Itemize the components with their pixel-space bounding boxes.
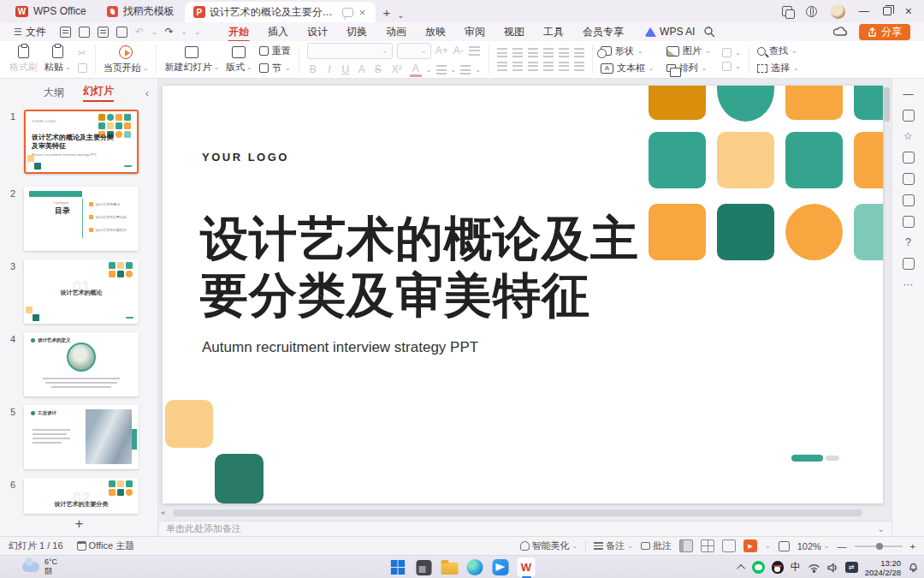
dark-app-button[interactable] <box>415 558 433 576</box>
slide-subtitle[interactable]: Autumn recruitment interview strategy PP… <box>202 339 478 356</box>
tab-member[interactable]: 会员专享 <box>573 23 633 41</box>
slide-thumbnail-6[interactable]: 02 设计艺术的主要分类 <box>24 478 139 514</box>
horizontal-scrollbar[interactable]: ◂ <box>163 509 880 517</box>
picture-button[interactable]: 图片⌄ <box>666 45 711 57</box>
paste-button[interactable]: 粘贴⌄ <box>44 45 71 74</box>
collapse-strip-icon[interactable]: — <box>903 89 914 100</box>
help-icon[interactable]: ? <box>905 237 911 248</box>
notes-expand-chevron-icon[interactable]: ⌄ <box>878 524 885 533</box>
select-button[interactable]: 选择⌄ <box>757 62 799 74</box>
fullscreen-icon[interactable] <box>779 541 790 551</box>
qq-icon[interactable] <box>772 561 784 574</box>
outline-tab[interactable]: 大纲 <box>44 86 64 100</box>
sync-tray-icon[interactable]: ⇄ <box>845 562 858 573</box>
tab-review[interactable]: 审阅 <box>455 23 495 41</box>
toolbar-options-chevron-icon[interactable]: ⌄ <box>194 28 200 36</box>
zoom-level[interactable]: 102% ⌄ <box>797 541 830 551</box>
globe-icon[interactable] <box>806 6 817 17</box>
zoom-slider-handle[interactable] <box>876 543 883 550</box>
tab-list-chevron-icon[interactable]: ⌄ <box>397 10 409 22</box>
start-button[interactable] <box>389 558 407 576</box>
clock[interactable]: 13:20 2024/2/28 <box>865 558 901 577</box>
slide-title[interactable]: 设计艺术的概论及主 要分类及审美特征 <box>200 211 639 324</box>
tab-close-icon[interactable]: × <box>358 6 368 19</box>
volume-icon[interactable] <box>827 563 838 573</box>
collapse-panel-icon[interactable]: ‹ <box>145 86 149 99</box>
slide-logo-text[interactable]: YOUR LOGO <box>202 151 289 164</box>
cloud-sync-icon[interactable] <box>833 27 849 38</box>
resources-icon[interactable] <box>903 152 915 164</box>
scroll-left-icon[interactable]: ◂ <box>161 509 164 516</box>
textbox-button[interactable]: A 文本框⌄ <box>601 62 654 74</box>
tab-design[interactable]: 设计 <box>298 23 337 41</box>
arrange-button[interactable]: 排列⌄ <box>666 62 711 74</box>
wps-ai-button[interactable]: WPS AI <box>645 26 695 38</box>
slide-thumbnail-4[interactable]: 设计艺术的定义 <box>24 332 139 396</box>
print-preview-icon[interactable] <box>116 27 127 38</box>
play-from-current-button[interactable]: 当页开始⌄ <box>104 45 149 74</box>
comments-button[interactable]: 批注 <box>641 539 672 552</box>
slide-canvas[interactable]: YOUR LOGO 设计艺术的概论及主 要分类及审美特征 Autumn recr… <box>163 86 883 504</box>
slideshow-play-button[interactable]: ▶ <box>743 539 757 552</box>
horizontal-scrollbar-thumb[interactable] <box>173 509 862 516</box>
wps-home-tab[interactable]: W WPS Office <box>5 0 97 22</box>
toolbox-icon[interactable] <box>903 194 915 206</box>
weather-widget[interactable]: 6°C 阴 <box>22 557 57 576</box>
tab-transition[interactable]: 切换 <box>337 23 376 41</box>
export-icon[interactable] <box>79 27 90 38</box>
notes-bar[interactable]: 单击此处添加备注 ⌄ <box>159 521 891 536</box>
zoom-slider[interactable] <box>855 545 903 547</box>
tab-tools[interactable]: 工具 <box>534 23 573 41</box>
notes-button[interactable]: 备注 ⌄ <box>594 539 633 552</box>
tray-expand-icon[interactable] <box>737 564 745 573</box>
slides-tab[interactable]: 幻灯片 <box>83 84 114 102</box>
file-menu-button[interactable]: ☰ 文件 <box>7 25 53 39</box>
theme-button[interactable]: Office 主题 <box>77 539 135 552</box>
layout-button[interactable]: 版式⌄ <box>226 46 252 74</box>
tab-slideshow[interactable]: 放映 <box>416 23 455 41</box>
vertical-scrollbar-thumb[interactable] <box>884 87 890 122</box>
smart-beautify-button[interactable]: 智能美化 ⌄ <box>520 539 578 552</box>
slide-thumbnail-3[interactable]: 01 设计艺术的概论 <box>24 259 139 324</box>
ime-indicator[interactable]: 中 <box>791 560 801 575</box>
tab-view[interactable]: 视图 <box>495 23 534 41</box>
share-button[interactable]: 分享 <box>859 24 910 40</box>
restore-button[interactable] <box>883 7 891 15</box>
plugins-icon[interactable] <box>903 258 915 270</box>
new-slide-button[interactable]: 新建幻灯片⌄ <box>164 46 219 74</box>
shapes-button[interactable]: 形状⌄ <box>601 45 654 57</box>
wifi-icon[interactable] <box>808 563 820 573</box>
slide-thumbnail-2[interactable]: Catalogue 目录 设计艺术的概论 设计艺术的主要分类 设计艺术的审美特征 <box>24 187 139 251</box>
save-icon[interactable] <box>60 27 71 38</box>
section-button[interactable]: 节 ⌄ <box>259 62 291 74</box>
reset-button[interactable]: 重置 <box>259 45 291 57</box>
search-icon[interactable] <box>703 26 715 38</box>
zoom-in-button[interactable]: + <box>910 541 915 551</box>
tab-animation[interactable]: 动画 <box>376 23 416 41</box>
play-options-chevron-icon[interactable]: ⌄ <box>765 542 771 550</box>
normal-view-button[interactable] <box>679 539 693 552</box>
notification-bell-icon[interactable] <box>908 562 919 573</box>
find-button[interactable]: 查找⌄ <box>757 45 799 57</box>
document-tab[interactable]: P 设计艺术的概论及主要分类及 × <box>185 2 376 22</box>
user-avatar[interactable] <box>831 4 845 19</box>
edge-button[interactable] <box>466 558 484 576</box>
docer-template-tab[interactable]: 找稻壳模板 <box>97 0 185 22</box>
notes-placeholder[interactable]: 单击此处添加备注 <box>166 522 241 535</box>
tab-home[interactable]: 开始 <box>219 23 258 41</box>
new-tab-button[interactable]: + <box>376 5 397 22</box>
workspace-switch-icon[interactable] <box>782 6 792 16</box>
add-slide-button[interactable]: + <box>0 515 158 533</box>
properties-icon[interactable] <box>903 110 915 122</box>
file-explorer-button[interactable] <box>441 558 459 576</box>
print-icon[interactable] <box>98 27 109 38</box>
slide-thumbnail-1[interactable]: YOUR LOGO 设计艺术的概论及主要分类及审美特征 Autumn recru… <box>24 110 139 174</box>
more-tools-icon[interactable]: ··· <box>903 279 914 290</box>
wps-app-button[interactable]: W <box>518 558 536 576</box>
tab-insert[interactable]: 插入 <box>258 23 298 41</box>
slide-sorter-view-button[interactable] <box>701 539 714 552</box>
reading-view-button[interactable] <box>722 539 736 552</box>
comment-bubble-icon[interactable] <box>342 8 353 17</box>
select-pane-icon[interactable] <box>903 216 915 228</box>
wechat-icon[interactable] <box>752 561 765 574</box>
